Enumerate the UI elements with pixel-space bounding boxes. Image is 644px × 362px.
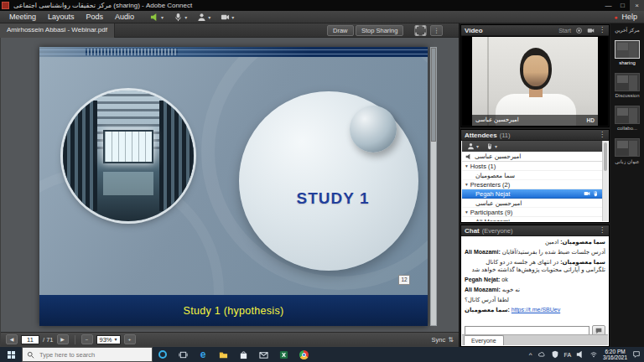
zoom-select[interactable]: 93% ▾	[96, 335, 121, 344]
attendees-toolbar: ▾ ▾	[462, 141, 608, 152]
attendee-group-participants[interactable]: ▾ Participants (9)	[462, 208, 602, 217]
zoom-value: 93%	[100, 336, 112, 344]
layout-item-discussion[interactable]: Discussion	[615, 73, 640, 98]
video-background-detail	[487, 37, 489, 126]
stop-sharing-button[interactable]: Stop Sharing	[356, 25, 403, 36]
search-input[interactable]	[38, 350, 138, 359]
scrollbar-thumb[interactable]	[604, 142, 607, 171]
layout-strip-title: مرکز آخرین	[610, 27, 644, 33]
attendee-row[interactable]: سما معصومیان	[462, 171, 602, 180]
menu-meeting[interactable]: Meeting	[3, 11, 42, 23]
close-button[interactable]: ×	[630, 0, 644, 11]
camera-icon[interactable]	[587, 27, 595, 34]
cortana-button[interactable]	[153, 347, 173, 362]
raise-hand-dropdown[interactable]: ▾	[486, 142, 497, 150]
layout-item-custom[interactable]: عنوان زبانی	[615, 138, 640, 164]
attendee-status-dropdown[interactable]: ▾	[467, 142, 479, 150]
draw-button[interactable]: Draw	[327, 25, 354, 36]
chevron-down-icon: ▾	[161, 14, 164, 20]
minimize-button[interactable]: —	[601, 0, 615, 11]
attendee-group-hosts[interactable]: ▾ Hosts (1)	[462, 162, 602, 171]
webcam-icon	[221, 13, 230, 22]
speaker-dropdown[interactable]: ▾	[150, 13, 164, 22]
onedrive-icon[interactable]	[538, 350, 546, 359]
record-icon[interactable]	[575, 27, 583, 34]
chrome-icon	[299, 350, 309, 359]
excel-button[interactable]	[273, 347, 293, 362]
photo-columns	[159, 101, 194, 210]
attendees-scrollbar[interactable]	[602, 141, 608, 221]
status-dropdown[interactable]: ▾	[197, 13, 210, 22]
microphone-dropdown[interactable]: ▾	[174, 13, 187, 22]
menu-layouts[interactable]: Layouts	[42, 11, 80, 23]
video-pod-title: Video	[465, 27, 483, 34]
speaker-icon	[150, 13, 159, 22]
maximize-button[interactable]: □	[615, 0, 630, 11]
sync-toggle[interactable]: Sync ⇅	[432, 336, 454, 344]
fullscreen-button[interactable]	[414, 25, 427, 36]
scrollbar-thumb[interactable]	[431, 48, 436, 142]
tray-expand-button[interactable]: ^	[529, 351, 532, 359]
action-center-icon[interactable]	[632, 350, 641, 359]
network-icon[interactable]	[589, 350, 598, 359]
task-view-button[interactable]	[173, 347, 193, 362]
video-name-overlay: امیرحسین عباسی HD	[472, 115, 598, 126]
store-button[interactable]	[233, 347, 253, 362]
attendee-row-selected[interactable]: Pegah Nejat	[462, 189, 602, 199]
webcam-icon	[584, 190, 590, 197]
edge-button[interactable]: e	[193, 347, 213, 362]
attendee-group-presenters[interactable]: ▾ Presenters (2)	[462, 180, 602, 189]
slide-page-badge: 12	[398, 275, 410, 285]
share-tab-webinar-pdf[interactable]: Amirhossein Abbasi - Webinar.pdf	[0, 23, 115, 38]
raise-hand-icon	[592, 190, 599, 197]
menubar: Meeting Layouts Pods Audio ▾ ▾ ▾ ▾ ● Hel…	[0, 11, 644, 23]
menubar-right: ● Help	[614, 11, 641, 23]
zoom-out-button[interactable]: −	[81, 334, 93, 344]
chrome-button[interactable]	[293, 347, 314, 362]
fullscreen-icon	[415, 25, 426, 36]
menu-pods[interactable]: Pods	[80, 11, 110, 23]
mail-icon	[259, 350, 268, 359]
file-explorer-button[interactable]	[213, 347, 233, 362]
layout-thumbnail	[615, 138, 640, 157]
chat-link[interactable]: https://t.me/SBUev	[512, 307, 560, 313]
menu-audio[interactable]: Audio	[109, 11, 140, 23]
chevron-down-icon: ▾	[465, 163, 468, 168]
video-pod-menu-icon[interactable]: ⋮	[599, 25, 605, 35]
edge-icon: e	[200, 349, 206, 359]
start-button[interactable]	[0, 347, 22, 362]
attendees-count: (11)	[500, 132, 511, 139]
slide-caption: Study 1 (hypothesis)	[184, 305, 284, 317]
attendees-pod-menu-icon[interactable]: ⋮	[599, 130, 605, 140]
next-page-button[interactable]: ▶	[57, 334, 69, 344]
attendee-row[interactable]: Ali Moazami	[462, 217, 602, 221]
tab-everyone[interactable]: Everyone	[464, 335, 504, 345]
window-controls: — □ ×	[601, 0, 644, 11]
layout-item-collaboration[interactable]: collabo...	[615, 106, 640, 131]
page-number-input[interactable]	[21, 335, 39, 344]
zoom-in-button[interactable]: +	[124, 334, 136, 344]
attendees-list: ▾ Hosts (1) سما معصومیان ▾ Presenters (2…	[462, 162, 602, 221]
chat-pod-menu-icon[interactable]: ⋮	[599, 225, 605, 235]
layout-label: عنوان زبانی	[615, 158, 640, 164]
mail-button[interactable]	[253, 347, 273, 362]
layout-item-sharing[interactable]: sharing	[615, 40, 640, 65]
start-webcam-button[interactable]: Start	[558, 28, 571, 34]
share-pod-menu-button[interactable]: ⋮	[430, 25, 443, 36]
layout-label: collabo...	[615, 126, 640, 131]
prev-page-button[interactable]: ◀	[6, 334, 18, 344]
defender-shield-icon[interactable]	[551, 350, 559, 359]
volume-icon[interactable]	[576, 350, 584, 359]
language-indicator[interactable]: FA	[564, 352, 572, 358]
document-scrollbar[interactable]	[430, 47, 437, 326]
webcam-dropdown[interactable]: ▾	[221, 13, 234, 22]
taskbar-search[interactable]	[22, 347, 153, 362]
person-icon	[467, 142, 475, 150]
chat-bubble-icon	[595, 328, 602, 334]
slide-header-line	[39, 54, 428, 54]
help-menu[interactable]: Help	[621, 13, 637, 21]
taskbar-clock[interactable]: 6:20 PM 3/16/2021	[603, 349, 627, 361]
microphone-icon	[174, 13, 183, 22]
slide-header-line	[39, 49, 428, 50]
attendee-row[interactable]: امیرحسین عباسی	[462, 199, 602, 208]
